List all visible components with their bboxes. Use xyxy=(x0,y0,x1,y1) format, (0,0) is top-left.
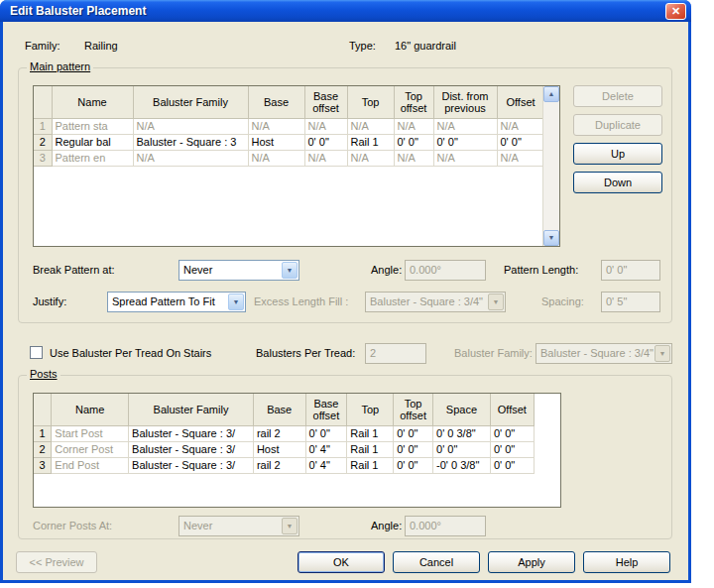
duplicate-button: Duplicate xyxy=(573,114,662,136)
pattern-length-label: Pattern Length: xyxy=(504,264,578,276)
apply-button[interactable]: Apply xyxy=(488,551,575,573)
col-header-space: Space xyxy=(433,394,491,425)
break-pattern-dropdown[interactable]: Never ▼ xyxy=(178,260,299,281)
cell-top-offset[interactable]: 0' 0" xyxy=(394,425,433,441)
cell-base[interactable]: Host xyxy=(248,134,304,150)
main-pattern-table: Name Baluster Family Base Base offset To… xyxy=(33,85,560,247)
down-button[interactable]: Down xyxy=(573,172,662,193)
cell-dist[interactable]: 0' 0" xyxy=(433,134,497,150)
cell-top[interactable]: Rail 1 xyxy=(347,425,394,441)
row-number[interactable]: 3 xyxy=(34,457,52,473)
col-header-base: Base xyxy=(248,86,304,118)
help-button[interactable]: Help xyxy=(583,551,670,573)
table-row: 1 Pattern sta N/A N/A N/A N/A N/A N/A N/… xyxy=(34,118,544,134)
row-number[interactable]: 2 xyxy=(34,441,52,457)
cell-offset[interactable]: 0' 0" xyxy=(490,425,534,441)
cell-top-offset[interactable]: 0' 0" xyxy=(394,134,433,150)
close-icon: ✕ xyxy=(671,5,680,17)
tread-baluster-family-dropdown: Baluster - Square : 3/4" ▼ xyxy=(536,343,672,364)
cell-name[interactable]: Regular bal xyxy=(52,134,133,150)
col-header-dist-from-previous: Dist. from previous xyxy=(433,86,497,118)
justify-label: Justify: xyxy=(33,295,66,307)
ok-button[interactable]: OK xyxy=(298,551,385,573)
dialog-body: Family: Railing Type: 16" guardrail Main… xyxy=(3,22,688,580)
cell-base[interactable]: rail 2 xyxy=(253,425,305,441)
row-number[interactable]: 1 xyxy=(34,425,52,441)
cell-base[interactable]: Host xyxy=(253,441,305,457)
cell-family[interactable]: Baluster - Square : 3 xyxy=(133,134,248,150)
cancel-button[interactable]: Cancel xyxy=(393,551,480,573)
col-header-base-offset: Base offset xyxy=(305,394,347,425)
col-header-name: Name xyxy=(52,394,129,425)
cell-space[interactable]: -0' 0 3/8" xyxy=(433,457,491,473)
main-pattern-group-label: Main pattern xyxy=(27,60,93,72)
cell-top-offset[interactable]: 0' 0" xyxy=(394,457,433,473)
justify-dropdown[interactable]: Spread Pattern To Fit ▼ xyxy=(107,292,246,312)
balusters-per-tread-field: 2 xyxy=(365,343,426,364)
row-number[interactable]: 3 xyxy=(34,150,52,166)
break-pattern-value: Never xyxy=(183,264,212,276)
cell-offset[interactable]: 0' 0" xyxy=(490,457,534,473)
col-header-base-offset: Base offset xyxy=(304,86,347,118)
cell-offset[interactable]: 0' 0" xyxy=(497,134,544,150)
delete-button: Delete xyxy=(573,85,662,107)
chevron-down-icon: ▼ xyxy=(654,345,670,362)
spacing-field: 0' 5" xyxy=(601,292,660,312)
preview-button: << Preview xyxy=(16,551,97,573)
row-number[interactable]: 2 xyxy=(34,134,52,150)
break-pattern-label: Break Pattern at: xyxy=(33,264,115,276)
table-row: 1 Start Post Baluster - Square : 3/ rail… xyxy=(34,425,560,441)
row-number[interactable]: 1 xyxy=(34,118,52,134)
table-header-row: Name Baluster Family Base Base offset To… xyxy=(34,394,560,425)
excess-length-fill-dropdown: Baluster - Square : 3/4" ▼ xyxy=(365,292,506,312)
cell-space[interactable]: 0' 0" xyxy=(433,441,491,457)
tread-baluster-family-value: Baluster - Square : 3/4" xyxy=(540,347,654,359)
cell-base-offset[interactable]: 0' 0" xyxy=(305,425,347,441)
chevron-down-icon[interactable]: ▼ xyxy=(282,262,298,279)
cell-base: N/A xyxy=(248,150,304,166)
corner-posts-at-label: Corner Posts At: xyxy=(33,520,112,531)
cell-base[interactable]: rail 2 xyxy=(253,457,305,473)
cell-family[interactable]: Baluster - Square : 3/ xyxy=(129,425,254,441)
posts-angle-field: 0.000° xyxy=(405,516,486,536)
spacing-label: Spacing: xyxy=(541,295,584,307)
chevron-down-icon: ▼ xyxy=(488,294,504,310)
cell-offset: N/A xyxy=(497,150,544,166)
cell-family[interactable]: Baluster - Square : 3/ xyxy=(129,457,254,473)
scroll-up-icon[interactable]: ▲ xyxy=(543,86,559,102)
col-header-baluster-family: Baluster Family xyxy=(133,86,248,118)
cell-space[interactable]: 0' 0 3/8" xyxy=(433,425,491,441)
angle-field: 0.000° xyxy=(405,260,486,281)
up-button[interactable]: Up xyxy=(573,143,662,165)
use-baluster-per-tread-checkbox[interactable] xyxy=(30,346,43,359)
col-header-offset: Offset xyxy=(490,394,534,425)
cell-filler xyxy=(534,425,560,441)
corner-posts-at-dropdown: Never ▼ xyxy=(178,516,299,536)
cell-base-offset[interactable]: 0' 4" xyxy=(305,441,347,457)
cell-family[interactable]: Baluster - Square : 3/ xyxy=(129,441,254,457)
cell-offset[interactable]: 0' 0" xyxy=(490,441,534,457)
col-header-top-offset: Top offset xyxy=(394,86,433,118)
cell-base-offset: N/A xyxy=(304,118,347,134)
cell-top[interactable]: Rail 1 xyxy=(347,441,394,457)
tread-baluster-family-label: Baluster Family: xyxy=(454,347,533,359)
cell-base-offset[interactable]: 0' 0" xyxy=(304,134,347,150)
chevron-down-icon[interactable]: ▼ xyxy=(228,294,244,310)
cell-top[interactable]: Rail 1 xyxy=(347,457,394,473)
cell-offset: N/A xyxy=(497,118,544,134)
type-label: Type: xyxy=(349,40,376,52)
excess-length-fill-value: Baluster - Square : 3/4" xyxy=(370,295,483,307)
cell-name: Pattern en xyxy=(52,150,133,166)
table-scrollbar[interactable]: ▲ ▼ xyxy=(542,86,559,246)
row-number-header xyxy=(34,394,52,425)
corner-posts-at-value: Never xyxy=(183,520,212,531)
cell-base-offset[interactable]: 0' 4" xyxy=(305,457,347,473)
posts-group-label: Posts xyxy=(27,368,60,380)
use-baluster-per-tread-label[interactable]: Use Baluster Per Tread On Stairs xyxy=(50,347,211,359)
scroll-down-icon[interactable]: ▼ xyxy=(543,230,559,246)
table-row: 3 Pattern en N/A N/A N/A N/A N/A N/A N/A xyxy=(34,150,544,166)
cell-top[interactable]: Rail 1 xyxy=(347,134,394,150)
col-header-offset: Offset xyxy=(497,86,544,118)
cell-top-offset[interactable]: 0' 0" xyxy=(394,441,433,457)
close-button[interactable]: ✕ xyxy=(665,3,686,20)
